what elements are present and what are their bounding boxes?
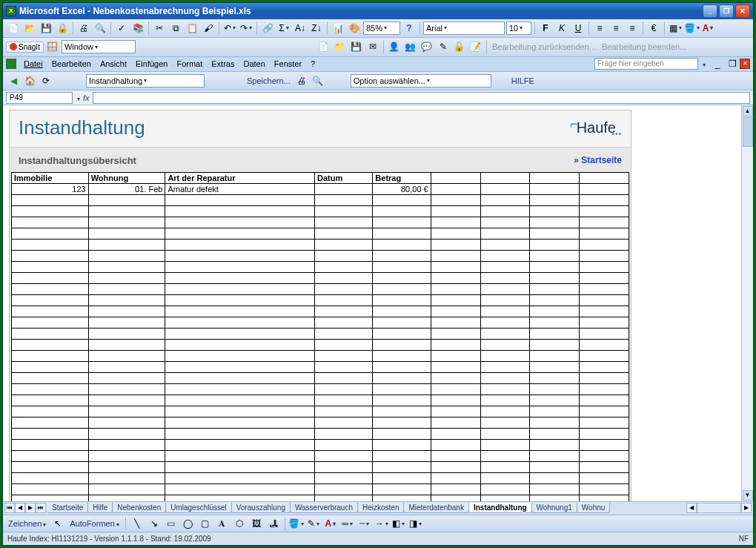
- table-cell[interactable]: [12, 461, 89, 472]
- table-cell[interactable]: [165, 372, 315, 383]
- table-cell[interactable]: [580, 317, 629, 328]
- ink-icon[interactable]: ✎: [436, 39, 451, 54]
- table-cell[interactable]: [431, 361, 480, 372]
- protect-icon[interactable]: 🔓: [452, 39, 467, 54]
- menu-format[interactable]: Format: [172, 58, 207, 70]
- table-cell[interactable]: [530, 194, 580, 205]
- open-icon[interactable]: 📂: [22, 21, 37, 36]
- mail-icon[interactable]: ✉: [365, 39, 380, 54]
- hscroll-right-icon[interactable]: ▶: [741, 503, 752, 513]
- comment-icon[interactable]: 💬: [420, 39, 434, 54]
- menu-extras[interactable]: Extras: [207, 58, 239, 70]
- table-cell[interactable]: [165, 317, 315, 328]
- table-cell[interactable]: [530, 217, 580, 228]
- table-row[interactable]: [12, 261, 629, 272]
- font-color2-icon[interactable]: A: [323, 516, 338, 531]
- chart-wizard-icon[interactable]: 📊: [331, 21, 345, 36]
- table-cell[interactable]: [580, 228, 629, 239]
- table-cell[interactable]: [373, 372, 431, 383]
- table-cell[interactable]: [530, 294, 580, 306]
- table-cell[interactable]: [373, 306, 431, 317]
- menu-bearbeiten[interactable]: Bearbeiten: [47, 58, 96, 70]
- table-row[interactable]: [12, 339, 629, 350]
- table-cell[interactable]: [165, 450, 315, 461]
- nav-sheet-field[interactable]: Instandhaltung: [86, 74, 205, 88]
- table-cell[interactable]: [431, 350, 480, 361]
- table-cell[interactable]: [12, 328, 89, 339]
- table-cell[interactable]: [480, 483, 530, 495]
- line-icon[interactable]: ╲: [130, 516, 145, 531]
- table-cell[interactable]: [315, 261, 373, 272]
- table-cell[interactable]: [373, 283, 431, 294]
- table-cell[interactable]: [12, 417, 89, 428]
- table-cell[interactable]: [12, 372, 89, 383]
- table-cell[interactable]: [530, 472, 580, 483]
- table-cell[interactable]: [315, 461, 373, 472]
- table-cell[interactable]: [373, 417, 431, 428]
- table-cell[interactable]: [580, 205, 629, 217]
- table-cell[interactable]: [431, 228, 480, 239]
- table-cell[interactable]: [431, 395, 480, 406]
- table-cell[interactable]: [165, 272, 315, 283]
- table-cell[interactable]: [530, 495, 580, 501]
- table-cell[interactable]: [12, 228, 89, 239]
- doc-restore-button[interactable]: ❐: [725, 56, 740, 71]
- table-cell[interactable]: [88, 205, 165, 217]
- nav-print-icon[interactable]: 🖨: [294, 73, 309, 88]
- table-cell[interactable]: [88, 406, 165, 417]
- table-row[interactable]: [12, 328, 629, 339]
- table-cell[interactable]: [431, 183, 480, 194]
- name-box-dropdown-icon[interactable]: [76, 93, 80, 102]
- table-cell[interactable]: [315, 450, 373, 461]
- spellcheck-icon[interactable]: ✓: [114, 21, 129, 36]
- table-cell[interactable]: [12, 283, 89, 294]
- print-preview-icon[interactable]: 🔍: [93, 21, 107, 36]
- table-cell[interactable]: [373, 339, 431, 350]
- fill-color2-icon[interactable]: 🪣: [289, 516, 304, 531]
- snagit-profile-field[interactable]: Window: [62, 40, 136, 53]
- formula-input[interactable]: [93, 92, 750, 104]
- currency-icon[interactable]: €: [646, 21, 661, 36]
- 3d-icon[interactable]: ◨: [408, 516, 423, 531]
- sheet-tab-wasserverbrauch[interactable]: Wasserverbrauch: [290, 503, 358, 513]
- table-row[interactable]: [12, 361, 629, 372]
- table-cell[interactable]: [88, 306, 165, 317]
- table-cell[interactable]: [373, 261, 431, 272]
- table-cell[interactable]: [12, 383, 89, 395]
- table-cell[interactable]: [480, 383, 530, 395]
- table-row[interactable]: [12, 250, 629, 261]
- table-cell[interactable]: [480, 217, 530, 228]
- vertical-scrollbar[interactable]: ▲ ▼: [741, 105, 753, 501]
- sheet-tab-instandhaltung[interactable]: Instandhaltung: [468, 503, 532, 513]
- wordart-icon[interactable]: 𝐀: [215, 516, 230, 531]
- nav-preview-icon[interactable]: 🔍: [311, 73, 325, 88]
- table-cell[interactable]: [88, 328, 165, 339]
- table-cell[interactable]: [580, 406, 629, 417]
- table-cell[interactable]: [165, 294, 315, 306]
- table-cell[interactable]: [431, 205, 480, 217]
- table-cell[interactable]: [580, 417, 629, 428]
- rectangle-icon[interactable]: ▭: [164, 516, 179, 531]
- table-cell[interactable]: [88, 439, 165, 450]
- undo-icon[interactable]: ↶: [222, 21, 237, 36]
- table-row[interactable]: [12, 317, 629, 328]
- sheet-tab-nebenkosten[interactable]: Nebenkosten: [112, 503, 166, 513]
- select-objects-icon[interactable]: ↖: [50, 516, 65, 531]
- font-size-field[interactable]: 10: [506, 22, 531, 35]
- table-cell[interactable]: [88, 395, 165, 406]
- menu-datei[interactable]: Datei: [19, 58, 47, 70]
- table-cell[interactable]: [580, 372, 629, 383]
- table-row[interactable]: [12, 205, 629, 217]
- table-cell[interactable]: [530, 361, 580, 372]
- table-cell[interactable]: [88, 383, 165, 395]
- table-cell[interactable]: [480, 472, 530, 483]
- snagit-capture-button[interactable]: SnagIt: [6, 42, 44, 53]
- table-row[interactable]: [12, 450, 629, 461]
- table-cell[interactable]: [12, 428, 89, 439]
- table-cell[interactable]: [315, 383, 373, 395]
- table-cell[interactable]: [580, 461, 629, 472]
- scroll-up-icon[interactable]: ▲: [743, 106, 753, 116]
- table-cell[interactable]: [480, 205, 530, 217]
- reviewer-icon[interactable]: 👤: [387, 39, 402, 54]
- line-style-icon[interactable]: ═: [340, 516, 355, 531]
